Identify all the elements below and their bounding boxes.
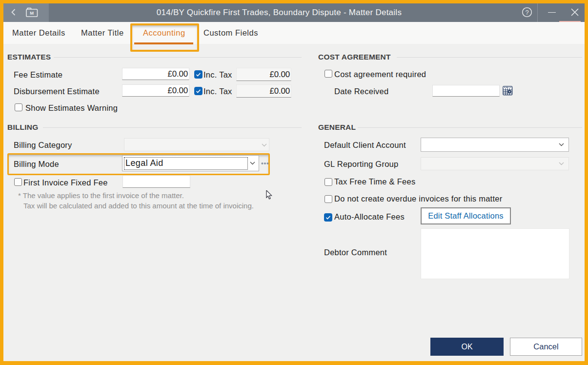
svg-text:?: ? bbox=[525, 9, 528, 16]
svg-text:M: M bbox=[30, 10, 34, 16]
